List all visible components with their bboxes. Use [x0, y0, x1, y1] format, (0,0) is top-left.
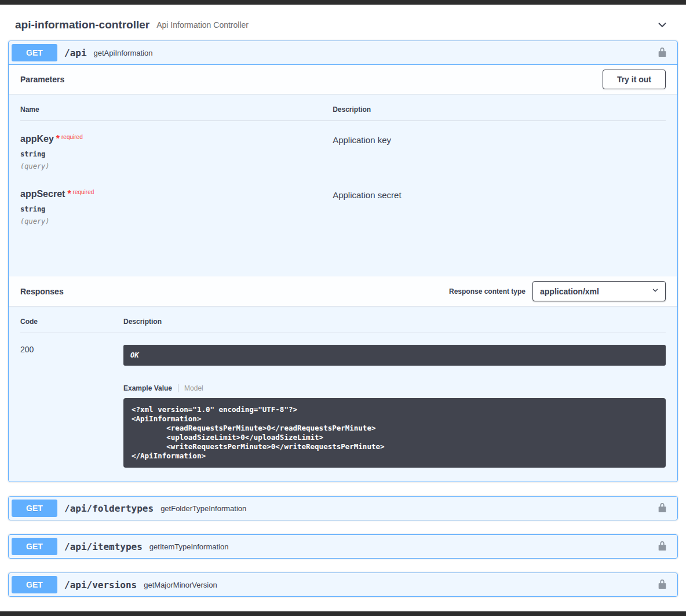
method-badge-get: GET	[12, 538, 57, 555]
parameter-description: Application key	[333, 134, 666, 170]
auth-lock-button[interactable]	[655, 45, 670, 61]
op-path: /api/itemtypes	[57, 541, 149, 552]
lock-icon	[657, 47, 667, 59]
method-badge-get: GET	[12, 576, 57, 593]
tag-title: api-information-controller	[15, 19, 149, 31]
col-header-name: Name	[20, 105, 333, 114]
response-detail: OK Example Value Model <?xml version="1.…	[123, 345, 666, 468]
response-content-type-select[interactable]: application/xml	[532, 281, 666, 301]
content-wrapper: api-information-controller Api Informati…	[0, 5, 686, 597]
swagger-page: api-information-controller Api Informati…	[0, 0, 686, 616]
required-star: *	[67, 189, 71, 199]
required-label: required	[73, 189, 94, 195]
col-header-description: Description	[333, 105, 666, 114]
opblock-summary-get-api[interactable]: GET /api getApiInformation	[9, 41, 677, 65]
parameter-name-text: appKey	[20, 134, 54, 144]
response-code: 200	[20, 345, 123, 468]
parameter-name: appSecret*required	[20, 189, 333, 199]
parameter-meta: appKey*required string (query)	[20, 134, 333, 170]
parameter-row-appkey: appKey*required string (query) Applicati…	[20, 121, 666, 176]
op-summary-text: getFolderTypeInformation	[160, 504, 246, 513]
parameters-table: Name Description appKey*required string …	[9, 94, 677, 276]
lock-icon	[657, 541, 667, 553]
footer-bar	[0, 611, 686, 616]
select-chevron-down-icon	[651, 286, 659, 296]
topbar	[0, 0, 686, 5]
op-path: /api	[57, 48, 94, 59]
op-path: /api/foldertypes	[57, 503, 160, 514]
required-star: *	[56, 134, 60, 144]
col-header-description: Description	[123, 318, 666, 326]
parameter-name: appKey*required	[20, 134, 333, 144]
op-summary-text: getItemTypeInformation	[149, 542, 229, 551]
parameter-name-text: appSecret	[20, 189, 65, 199]
method-badge-get: GET	[12, 44, 57, 61]
opblock-get-api-versions: GET /api/versions getMajorMinorVersion	[8, 573, 678, 597]
opblock-summary-get-api-versions[interactable]: GET /api/versions getMajorMinorVersion	[9, 573, 677, 596]
response-content-type: Response content type application/xml	[449, 281, 666, 301]
parameter-location: (query)	[20, 162, 333, 170]
parameter-description: Application secret	[333, 189, 666, 225]
method-badge-get: GET	[12, 500, 57, 517]
col-header-code: Code	[20, 318, 123, 326]
responses-table-head: Code Description	[20, 318, 666, 333]
parameter-meta: appSecret*required string (query)	[20, 189, 333, 225]
op-summary-text: getApiInformation	[94, 49, 153, 57]
responses-table: Code Description 200 OK Example Value Mo…	[9, 306, 677, 482]
response-row-200: 200 OK Example Value Model <?xml version…	[20, 333, 666, 468]
selected-content-type: application/xml	[540, 287, 599, 296]
opblock-get-api-itemtypes: GET /api/itemtypes getItemTypeInformatio…	[8, 534, 678, 559]
example-model-tabs: Example Value Model	[123, 384, 666, 392]
tag-subtitle: Api Information Controller	[156, 20, 249, 30]
chevron-down-icon[interactable]	[654, 19, 671, 31]
auth-lock-button[interactable]	[655, 538, 670, 555]
opblock-get-api: GET /api getApiInformation Parameters Tr…	[8, 41, 678, 482]
tab-model[interactable]: Model	[178, 384, 203, 392]
lock-icon	[657, 579, 667, 591]
opblock-get-api-foldertypes: GET /api/foldertypes getFolderTypeInform…	[8, 496, 678, 520]
parameter-type: string	[20, 205, 333, 213]
responses-section-header: Responses Response content type applicat…	[9, 276, 677, 306]
lock-icon	[657, 502, 667, 515]
auth-lock-button[interactable]	[655, 500, 670, 517]
parameters-section-header: Parameters Try it out	[9, 65, 677, 94]
parameters-table-head: Name Description	[20, 105, 666, 121]
tab-example-value[interactable]: Example Value	[123, 384, 178, 392]
response-content-type-label: Response content type	[449, 287, 526, 296]
op-path: /api/versions	[57, 579, 144, 591]
parameter-type: string	[20, 150, 333, 158]
parameter-location: (query)	[20, 217, 333, 225]
parameter-row-appsecret: appSecret*required string (query) Applic…	[20, 176, 666, 231]
opblock-summary-get-api-foldertypes[interactable]: GET /api/foldertypes getFolderTypeInform…	[9, 497, 677, 520]
response-example-code: <?xml version="1.0" encoding="UTF-8"?> <…	[123, 398, 666, 468]
responses-title: Responses	[20, 287, 64, 296]
required-label: required	[61, 134, 83, 140]
opblock-summary-get-api-itemtypes[interactable]: GET /api/itemtypes getItemTypeInformatio…	[9, 535, 677, 558]
parameters-title: Parameters	[20, 75, 64, 84]
op-summary-text: getMajorMinorVersion	[144, 581, 217, 589]
tag-header-api-information-controller[interactable]: api-information-controller Api Informati…	[8, 5, 678, 41]
response-description-box: OK	[123, 345, 666, 366]
auth-lock-button[interactable]	[655, 577, 670, 593]
try-it-out-button[interactable]: Try it out	[603, 70, 666, 89]
